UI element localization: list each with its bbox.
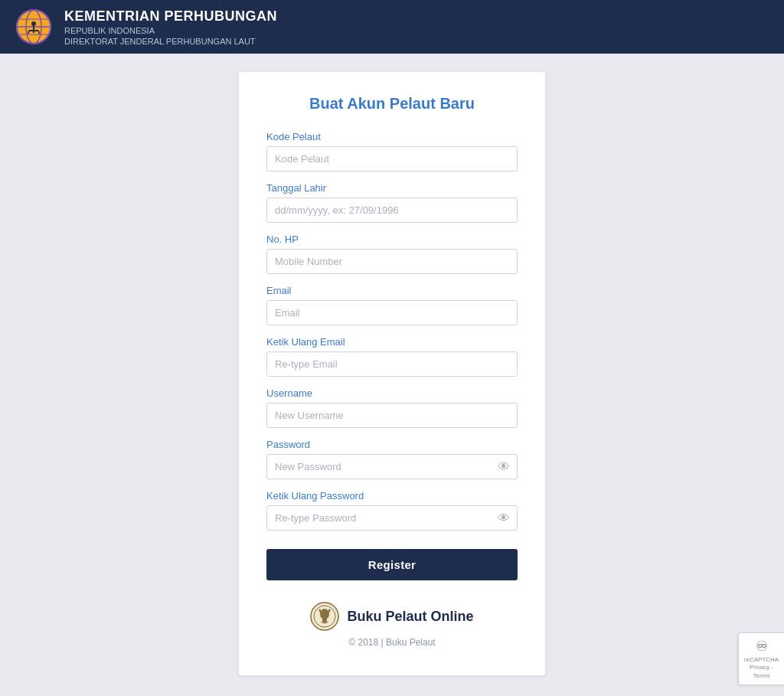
input-username[interactable] <box>266 403 518 428</box>
label-retype-email: Ketik Ulang Email <box>266 336 518 348</box>
header-title: KEMENTRIAN PERHUBUNGAN <box>64 8 277 25</box>
recaptcha-badge: ♾ reCAPTCHAPrivacy - Terms <box>738 632 784 685</box>
svg-point-6 <box>31 21 36 26</box>
site-header: KEMENTRIAN PERHUBUNGAN REPUBLIK INDONESI… <box>0 0 784 54</box>
register-button[interactable]: Register <box>266 549 518 580</box>
svg-rect-12 <box>322 619 327 622</box>
footer-brand: Buku Pelaut Online <box>266 602 518 631</box>
footer-brand-name: Buku Pelaut Online <box>347 609 473 625</box>
label-tanggal-lahir: Tanggal Lahir <box>266 182 518 194</box>
toggle-password-icon[interactable]: 👁 <box>498 460 510 474</box>
toggle-retype-password-icon[interactable]: 👁 <box>498 511 510 525</box>
header-logo-icon <box>15 8 52 45</box>
header-subtitle2: DIREKTORAT JENDERAL PERHUBUNGAN LAUT <box>64 37 277 46</box>
card-footer: Buku Pelaut Online © 2018 | Buku Pelaut <box>266 602 518 648</box>
label-retype-password: Ketik Ulang Password <box>266 490 518 502</box>
registration-card: Buat Akun Pelaut Baru Kode Pelaut Tangga… <box>239 72 545 675</box>
input-password[interactable] <box>266 454 518 479</box>
label-username: Username <box>266 387 518 399</box>
label-no-hp: No. HP <box>266 234 518 245</box>
input-retype-email[interactable] <box>266 351 518 377</box>
svg-point-11 <box>320 609 329 619</box>
header-text-block: KEMENTRIAN PERHUBUNGAN REPUBLIK INDONESI… <box>64 8 277 46</box>
recaptcha-logo-icon: ♾ <box>756 638 768 655</box>
password-input-wrapper: 👁 <box>266 454 518 479</box>
label-email: Email <box>266 285 518 296</box>
retype-password-input-wrapper: 👁 <box>266 505 518 531</box>
field-no-hp: No. HP <box>266 234 518 274</box>
footer-copyright: © 2018 | Buku Pelaut <box>266 637 518 648</box>
card-title: Buat Akun Pelaut Baru <box>266 95 518 113</box>
label-kode-pelaut: Kode Pelaut <box>266 131 518 142</box>
input-retype-password[interactable] <box>266 505 518 531</box>
recaptcha-text: reCAPTCHAPrivacy - Terms <box>744 656 779 680</box>
input-no-hp[interactable] <box>266 249 518 274</box>
field-kode-pelaut: Kode Pelaut <box>266 131 518 172</box>
label-password: Password <box>266 439 518 450</box>
field-password: Password 👁 <box>266 439 518 479</box>
registration-form: Kode Pelaut Tanggal Lahir No. HP Email K… <box>266 131 518 580</box>
header-subtitle1: REPUBLIK INDONESIA <box>64 26 277 35</box>
page-body: Buat Akun Pelaut Baru Kode Pelaut Tangga… <box>0 54 784 696</box>
field-email: Email <box>266 285 518 325</box>
field-retype-password: Ketik Ulang Password 👁 <box>266 490 518 531</box>
field-username: Username <box>266 387 518 428</box>
footer-logo-icon <box>310 602 339 631</box>
input-email[interactable] <box>266 300 518 325</box>
field-tanggal-lahir: Tanggal Lahir <box>266 182 518 223</box>
input-kode-pelaut[interactable] <box>266 146 518 172</box>
field-retype-email: Ketik Ulang Email <box>266 336 518 377</box>
input-tanggal-lahir[interactable] <box>266 198 518 223</box>
